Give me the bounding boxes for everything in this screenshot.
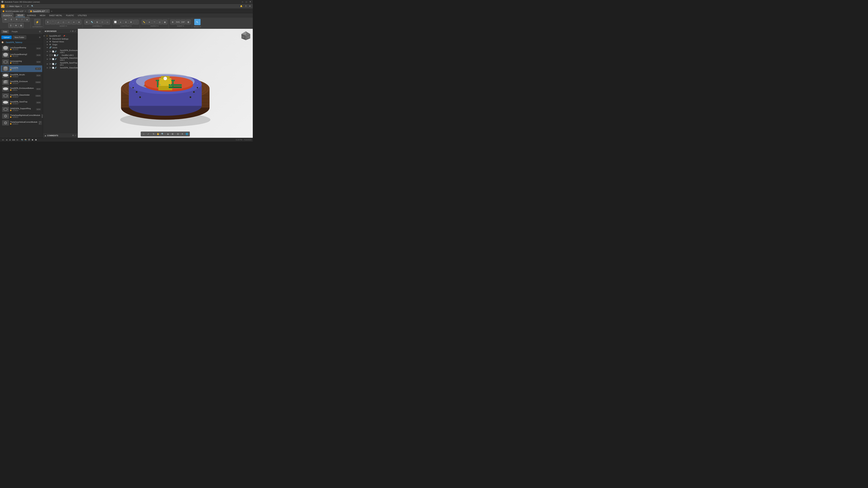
tree-eye-icon[interactable]: 👁 xyxy=(50,51,52,53)
tree-item[interactable]: ▶ 🔗 Joints xyxy=(43,46,78,49)
tree-eye-icon[interactable]: 👁 xyxy=(50,58,52,60)
axis-btn[interactable]: ⊕ xyxy=(129,20,133,25)
fillet-btn[interactable]: ⌒ xyxy=(51,20,55,25)
data-list-item[interactable]: LazySusanBearing2 4/12/23 V1 ▾ xyxy=(1,52,42,59)
draft-btn[interactable]: ◁ xyxy=(66,20,71,25)
insert-mcmaster-btn[interactable]: ⊞ xyxy=(170,20,175,25)
playback-next-btn[interactable]: ▶▶ xyxy=(12,138,16,141)
decal-btn[interactable]: 🖼 xyxy=(186,20,191,25)
tab-wled[interactable]: WLEDController v13* ✕ xyxy=(1,9,28,13)
vp-fit-btn[interactable]: ⤢ xyxy=(146,132,150,136)
tree-checkbox[interactable] xyxy=(49,67,50,69)
upload-button[interactable]: Upload xyxy=(1,36,12,39)
browser-expand-icon[interactable]: ⤢ xyxy=(74,30,76,32)
data-list-item[interactable]: SandSPA_Enclosure 2/21/23 V18 ▾ xyxy=(1,79,42,86)
playback-play-btn[interactable]: ▶ xyxy=(9,138,12,141)
point-btn[interactable]: · xyxy=(134,20,139,25)
close-app-btn[interactable]: ✕ xyxy=(248,5,252,8)
tree-checkbox[interactable] xyxy=(49,58,50,60)
rigid-group-btn[interactable]: ⬡ xyxy=(100,20,105,25)
tab-close-sandspa[interactable]: ✕ xyxy=(46,10,48,12)
vp-zoom-btn[interactable]: 🔍 xyxy=(161,132,164,136)
add-tab-button[interactable]: + xyxy=(50,9,54,13)
timeline-tool1[interactable]: 📷 xyxy=(21,138,24,141)
chamfer-btn[interactable]: ◿ xyxy=(56,20,61,25)
vp-shadow-btn[interactable]: ☀ xyxy=(181,132,184,136)
close-button[interactable]: ✕ xyxy=(249,1,251,3)
comments-expand-btn[interactable]: ⤢ xyxy=(75,134,76,137)
tree-checkbox[interactable] xyxy=(49,50,50,53)
data-list-item[interactable]: SandSPA_Acrylic 2/18/23 V1 ▾ xyxy=(1,72,42,79)
vp-env-btn[interactable]: 🌐 xyxy=(185,132,189,136)
browser-collapse-icon[interactable]: ◀ xyxy=(44,30,46,32)
timeline-tool2[interactable]: 📸 xyxy=(24,138,27,141)
sweep-btn[interactable]: ⤴ xyxy=(20,17,24,22)
tree-checkbox[interactable] xyxy=(49,54,51,56)
playback-end-btn[interactable]: ⏭ xyxy=(16,138,19,141)
angle-plane-btn[interactable]: ∠ xyxy=(118,20,123,25)
minimize-button[interactable]: ─ xyxy=(241,1,244,3)
browser-settings-icon[interactable]: ⚙ xyxy=(72,30,74,32)
scale-btn[interactable]: ⇔ xyxy=(71,20,76,25)
emboss-btn[interactable]: ◧ xyxy=(19,23,24,28)
tree-eye-icon[interactable]: 👁 xyxy=(52,54,54,56)
tree-checkbox[interactable] xyxy=(49,63,50,65)
insert-svg-btn[interactable]: SVG xyxy=(176,20,180,25)
refresh-btn[interactable]: ↺ xyxy=(26,5,30,8)
tree-item[interactable]: ▶ ⊕ Origin xyxy=(43,43,78,46)
draft-analysis-btn[interactable]: ▦ xyxy=(162,20,167,25)
tab-mesh[interactable]: MESH xyxy=(38,14,47,17)
zebra-btn[interactable]: ◫ xyxy=(157,20,162,25)
revolve-btn[interactable]: R xyxy=(14,17,19,22)
tree-item[interactable]: ▶ ⚙ Document Settings xyxy=(43,37,78,40)
nav-cube[interactable]: HOME TOP FRONT RIGHT xyxy=(241,31,251,41)
tab-sheet-metal[interactable]: SHEET METAL xyxy=(48,14,64,17)
tree-item[interactable]: ▶ 👁 📄 🔗 SandSPA_GlassSideHolder:1 xyxy=(43,66,78,69)
midplane-btn[interactable]: ⊟ xyxy=(123,20,128,25)
new-component-btn[interactable]: ⊞ xyxy=(84,20,89,25)
panel-settings-icon[interactable]: ⚙ xyxy=(38,30,41,33)
vp-pan-btn[interactable]: ✋ xyxy=(156,132,160,136)
comments-settings-icon[interactable]: ⚙ xyxy=(72,134,74,137)
data-list-item[interactable]: ThetaGearHelicalCorrectModule 2/28/23 V2… xyxy=(1,120,42,126)
shell-btn[interactable]: ◻ xyxy=(61,20,66,25)
drive-joints-btn[interactable]: ▷ xyxy=(105,20,110,25)
data-list-item[interactable]: SandSPA 4/29/23 V57 ▾ xyxy=(1,65,42,72)
data-list-item[interactable]: SANDSPA_SupportRing 2/16/23 V2 ▾ xyxy=(1,106,42,112)
curvature-btn[interactable]: 〜 xyxy=(152,20,157,25)
maximize-button[interactable]: □ xyxy=(245,1,248,3)
search-btn[interactable]: 🔍 xyxy=(30,5,35,8)
playback-start-btn[interactable]: ⏮ xyxy=(1,138,4,141)
account-menu[interactable]: ⬡ Aiden Vigue ▼ xyxy=(6,5,23,8)
tree-root[interactable]: ▶ ⬡ SandSPA v57 📌 … xyxy=(43,34,78,37)
tab-utilities[interactable]: UTILITIES xyxy=(76,14,88,17)
tree-more-icon[interactable]: … xyxy=(65,35,67,37)
vp-display-btn[interactable]: ⊞ xyxy=(170,132,175,136)
people-tab[interactable]: People xyxy=(10,30,19,33)
select-btn[interactable]: ↖ xyxy=(194,19,200,25)
data-tab[interactable]: Data xyxy=(1,30,9,33)
tree-item[interactable]: ▶ 👁 Named Views xyxy=(43,40,78,43)
tree-pin-icon[interactable]: 📌 xyxy=(63,35,65,37)
timeline-tool5[interactable]: ⏹ xyxy=(34,138,37,141)
loft-btn[interactable]: ◈ xyxy=(25,17,30,22)
vp-appearance-btn[interactable]: ◈ xyxy=(166,132,170,136)
data-list-item[interactable]: LazySusanBearing 2/12/23 V1 ▾ xyxy=(1,45,42,52)
web-btn[interactable]: ⊞ xyxy=(13,23,19,28)
insert-dxf-btn[interactable]: DXF xyxy=(181,20,186,25)
tree-item[interactable]: ▶ 👁 📄 🔗 GestBot v64:1 xyxy=(43,54,78,57)
data-list-item[interactable]: ThetaGearBigHelicalCorrectModule 2/28/23… xyxy=(1,113,42,120)
vp-grid-btn[interactable]: ⊟ xyxy=(176,132,180,136)
data-list-item[interactable]: lazysusanring 4/12/23 V2 ▾ xyxy=(1,59,42,65)
panel-gear-icon[interactable]: ⚙ xyxy=(38,36,41,39)
interference-btn[interactable]: ⊘ xyxy=(147,20,152,25)
create-sketch-btn[interactable]: ✏ xyxy=(2,16,9,23)
tab-close-wled[interactable]: ✕ xyxy=(25,10,26,12)
tree-item[interactable]: ▶ 👁 📄 🔗 SandSPA_Enclosure v18:1 xyxy=(43,49,78,54)
tree-item[interactable]: ▶ 👁 📄 🔗 SandSPA_GlassHolder v16:1 xyxy=(43,57,78,61)
data-list-item[interactable]: SandSPA_SandTray 4/19/23 V4 ▾ xyxy=(1,99,42,106)
tree-eye-icon[interactable]: 👁 xyxy=(50,67,52,69)
extrude-btn[interactable]: E xyxy=(9,17,14,22)
timeline-tool4[interactable]: ⏺ xyxy=(31,138,34,141)
viewport[interactable]: HOME TOP FRONT RIGHT ⌂ ⤢ ↻ ✋ 🔍 ◈ ⊞ ⊟ ☀ 🌐 xyxy=(78,29,253,138)
